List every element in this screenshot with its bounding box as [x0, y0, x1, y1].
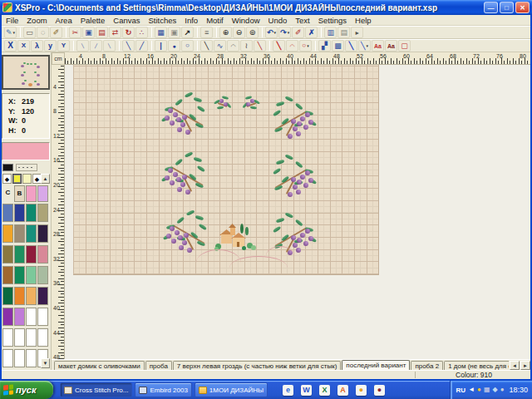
palette-color[interactable]	[14, 266, 25, 284]
send[interactable]: ►	[351, 27, 363, 38]
palette-color[interactable]	[2, 328, 13, 347]
paint-icon[interactable]: A	[337, 385, 348, 396]
palette-color[interactable]	[26, 287, 37, 305]
straight-stitch[interactable]: |	[155, 40, 167, 52]
menu-area[interactable]: Area	[52, 16, 76, 25]
palette-header-cell[interactable]: C	[2, 185, 13, 202]
three-quarter-stitch[interactable]: X	[17, 40, 30, 52]
motif-fill[interactable]: ▩	[332, 40, 344, 52]
red-circle-dropdown[interactable]: ▾	[307, 44, 309, 48]
menu-text[interactable]: Text	[291, 16, 313, 25]
palette-color[interactable]	[2, 287, 13, 305]
palette-color[interactable]	[14, 245, 25, 264]
knot-tool[interactable]: ▞	[318, 40, 331, 52]
pencil-tool[interactable]: ✎▾	[4, 27, 17, 38]
palette-color[interactable]	[2, 204, 13, 222]
fabric-grid[interactable]	[73, 65, 379, 275]
agent-icon[interactable]: ●	[356, 385, 367, 396]
maximize-button[interactable]: □	[500, 2, 514, 13]
pointer[interactable]: ↗	[181, 27, 194, 38]
palette-header-cell[interactable]	[37, 185, 48, 202]
palette-color[interactable]	[14, 328, 25, 347]
petite-stitch-2[interactable]: ╱	[90, 40, 102, 52]
palette-color[interactable]	[26, 328, 37, 347]
media-icon[interactable]: ●	[374, 385, 385, 396]
palette-color[interactable]	[14, 204, 25, 222]
copy[interactable]: ▣	[82, 27, 95, 38]
menu-help[interactable]: Help	[351, 16, 376, 25]
palette-color[interactable]	[26, 204, 37, 222]
tray-network-icon[interactable]: ●	[500, 387, 505, 393]
excel-icon[interactable]: X	[319, 385, 330, 396]
blue-pen-alt-dropdown[interactable]: ▾	[366, 44, 368, 48]
menu-canvas[interactable]: Canvas	[109, 16, 144, 25]
menu-settings[interactable]: Settings	[314, 16, 351, 25]
palette-color[interactable]	[14, 287, 25, 305]
duplicate[interactable]: ▣	[168, 27, 180, 38]
taskbar-button[interactable]: Cross Stitch Pro...	[60, 382, 132, 397]
freehand-select[interactable]: ✐	[50, 27, 62, 38]
full-stitch[interactable]: X	[4, 40, 17, 52]
palette-color[interactable]	[26, 349, 37, 367]
long-stitch[interactable]: ╲	[200, 40, 213, 52]
palette-color[interactable]	[14, 224, 25, 243]
start-button[interactable]: пуск	[0, 381, 53, 399]
red-curve[interactable]: ◠	[286, 40, 298, 52]
image[interactable]: ▦	[155, 27, 167, 38]
palette-color[interactable]	[37, 266, 48, 284]
curve-stitch[interactable]: ◠	[227, 40, 239, 52]
palette-color[interactable]	[37, 245, 48, 264]
palette-color[interactable]	[26, 224, 37, 243]
palette-color[interactable]	[2, 349, 13, 367]
blue-pen-alt[interactable]: ╲▾	[358, 40, 371, 52]
palette-color[interactable]	[2, 245, 13, 264]
redo-dropdown[interactable]: ▾	[288, 31, 290, 35]
loop-stitch[interactable]: ≀	[240, 40, 253, 52]
palette-color[interactable]	[26, 245, 37, 264]
petite-stitch-1[interactable]: ╲	[76, 40, 89, 52]
ruler-tool[interactable]: ≡	[200, 27, 213, 38]
menu-file[interactable]: File	[2, 16, 22, 25]
tab-scroll-right[interactable]: ►	[520, 361, 530, 370]
menu-info[interactable]: Info	[180, 16, 202, 25]
french-knot[interactable]: ●	[168, 40, 180, 52]
palette-color[interactable]	[37, 224, 48, 243]
blue-pen[interactable]: ╲	[345, 40, 357, 52]
palette-color[interactable]	[37, 308, 48, 326]
ie-icon[interactable]: e	[283, 385, 293, 396]
pencil-tool-dropdown[interactable]: ▾	[13, 31, 16, 35]
palette-color[interactable]	[26, 266, 37, 284]
zoom-reset[interactable]: ⊚	[246, 27, 259, 38]
palette-color[interactable]	[26, 308, 37, 326]
new-page[interactable]: ▤	[337, 27, 350, 38]
pattern-stitch[interactable]: ∿	[214, 40, 226, 52]
taskbar-button[interactable]: Embird 2003	[135, 382, 191, 397]
minimize-button[interactable]: —	[484, 2, 498, 13]
backstitch-right[interactable]: ╱	[135, 40, 148, 52]
palette-color[interactable]	[37, 328, 48, 347]
tray-display-icon[interactable]: ▦	[484, 387, 490, 393]
quarter-stitch-y[interactable]: Y	[57, 40, 70, 52]
zoom-in[interactable]: ⊕	[219, 27, 232, 38]
draw-pen[interactable]: ✐	[292, 27, 304, 38]
palette-color[interactable]	[14, 308, 25, 326]
word-icon[interactable]: W	[301, 385, 312, 396]
long-stitch-red[interactable]: ╲	[254, 40, 266, 52]
taskbar-button[interactable]: 1МОИ ДИЗАЙНЫ	[195, 382, 268, 397]
palette-header-cell[interactable]	[26, 185, 37, 202]
menu-zoom[interactable]: Zoom	[22, 16, 51, 25]
design-canvas[interactable]	[65, 65, 532, 359]
palette-color[interactable]	[2, 224, 13, 243]
palette-header-cell[interactable]: B	[14, 185, 25, 202]
tab-scroll-left[interactable]: ◄	[510, 361, 520, 370]
lasso-select[interactable]: ◌	[37, 27, 49, 38]
text-tool-dark[interactable]: Aa	[385, 40, 397, 52]
tray-cd-icon[interactable]: ●	[477, 387, 481, 393]
export[interactable]: ▥	[324, 27, 337, 38]
rect-select[interactable]: ▭	[23, 27, 36, 38]
select-dotted[interactable]: ▢	[398, 40, 411, 52]
menu-palette[interactable]: Palette	[76, 16, 110, 25]
red-circle[interactable]: ○▾	[299, 40, 312, 52]
menu-motif[interactable]: Motif	[202, 16, 228, 25]
hide-icons-chevron[interactable]: ◄	[468, 387, 475, 393]
